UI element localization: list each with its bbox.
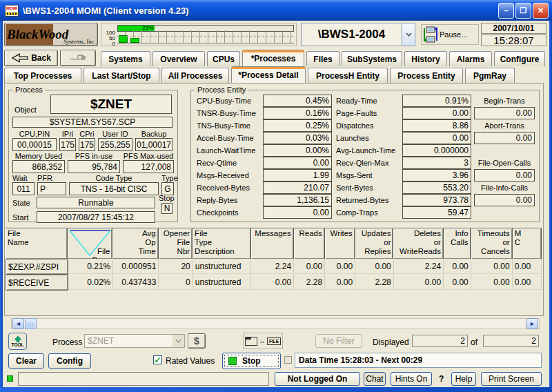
table-row[interactable]: $ZEXP.#ZSPI 0.21% 0.000951 20 unstructur… bbox=[6, 259, 542, 275]
scroll-right-arrow[interactable]: ► bbox=[526, 318, 538, 329]
subtab-last-start-stop[interactable]: Last Start/Stop bbox=[83, 68, 159, 83]
entity-label: TNS-Busy-Time bbox=[197, 121, 250, 130]
clear-button[interactable]: Clear bbox=[8, 353, 44, 369]
entity-label: File-Info-Calls bbox=[481, 184, 528, 192]
entity-label: Recv-Qtime bbox=[197, 159, 237, 167]
no-filter-button[interactable]: No Filter bbox=[315, 334, 362, 348]
tab-alarms[interactable]: Alarms bbox=[449, 51, 492, 66]
tab-overview[interactable]: Overview bbox=[152, 51, 205, 66]
print-screen-button[interactable]: Print Screen bbox=[481, 372, 542, 386]
system-selector[interactable]: \BWS1-2004 bbox=[301, 23, 415, 46]
tab-configure[interactable]: Configure bbox=[494, 51, 545, 66]
entity-label: Page-Faults bbox=[336, 109, 377, 117]
entity-value: 973.78 bbox=[402, 194, 471, 206]
entity-label: Accel-Busy-Time bbox=[197, 134, 254, 142]
minimize-button[interactable]: – bbox=[498, 3, 514, 19]
time-display: 15:28:07 bbox=[481, 35, 546, 46]
entity-value: 1.99 bbox=[263, 169, 332, 182]
scroll-left-arrow[interactable]: ◄ bbox=[12, 318, 24, 329]
entity-label: Sent-Bytes bbox=[336, 184, 373, 192]
config-button[interactable]: Config bbox=[48, 353, 91, 369]
column-header-messages[interactable]: Messages bbox=[251, 228, 294, 259]
user-id-value: 255,255 bbox=[98, 138, 132, 151]
data-time-checkbox[interactable] bbox=[284, 356, 292, 364]
chat-button[interactable]: Chat bbox=[364, 372, 386, 386]
stop-button-label: Stop bbox=[242, 356, 261, 366]
pause-button[interactable]: Pause... bbox=[421, 24, 479, 45]
column-header-opener-file-nbr[interactable]: Opener File Nbr bbox=[159, 228, 193, 259]
column-header-avg-op-time[interactable]: Avg Op Time bbox=[112, 228, 158, 259]
title-bar[interactable]: MOMI \BWS1-2004 MOMI (Client version 4.2… bbox=[0, 0, 552, 21]
back-button[interactable]: Back bbox=[4, 50, 58, 66]
help-button[interactable]: Help bbox=[451, 372, 476, 386]
date-display: 2007/10/01 bbox=[481, 23, 546, 34]
entity-value: 8.86 bbox=[402, 119, 471, 132]
column-header-reads[interactable]: Reads bbox=[294, 228, 325, 259]
cell: 0.00 bbox=[471, 259, 513, 274]
subtab-process-detail[interactable]: *Process Detail bbox=[231, 66, 306, 83]
cell: unstructured bbox=[193, 275, 252, 290]
subtab-processh-entity[interactable]: ProcessH Entity bbox=[308, 68, 388, 83]
maximize-button[interactable]: ❐ bbox=[515, 3, 531, 19]
pfs-max-label: PFS Max-used bbox=[123, 152, 174, 160]
file-name-cell[interactable]: $RECEIVE bbox=[6, 275, 68, 291]
hints-button[interactable]: Hints On bbox=[391, 372, 432, 386]
data-time-field: Data Time 15:28:03 - Next 00:29 bbox=[295, 353, 542, 368]
forward-button[interactable] bbox=[60, 50, 96, 66]
rated-values-checkbox[interactable]: ✓ bbox=[153, 355, 162, 364]
file-name-cell[interactable]: $ZEXP.#ZSPI bbox=[6, 259, 68, 275]
subtab-top-processes[interactable]: Top Processes bbox=[4, 68, 81, 83]
process-selector-dropdown[interactable]: $ZNET bbox=[84, 334, 185, 348]
logo-subtext: Systems, Inc. bbox=[63, 38, 96, 45]
dollar-format-button[interactable]: $ bbox=[188, 333, 206, 349]
tool-button[interactable]: TOOL bbox=[8, 333, 27, 350]
column-header-clipped[interactable]: M C bbox=[513, 228, 542, 259]
process-group: Process Object $ZNET $SYSTEM.SYS67.SCP C… bbox=[8, 90, 178, 222]
tab-cpus[interactable]: CPUs bbox=[207, 51, 240, 66]
back-label: Back bbox=[31, 53, 51, 63]
cell: 2.24 bbox=[251, 259, 294, 274]
column-header-info-calls[interactable]: Info Calls bbox=[444, 228, 471, 259]
window-title: \BWS1-2004 MOMI (Client version 4.23) bbox=[23, 6, 189, 16]
window-file-toggle-button[interactable]: ⇔ FILE bbox=[243, 333, 283, 349]
tab-subsystems[interactable]: SubSystems bbox=[342, 51, 402, 66]
column-header-file-busy-time[interactable]: File Busy Time bbox=[68, 228, 112, 259]
column-header-file-type[interactable]: File Type Description bbox=[193, 228, 251, 259]
not-logged-on-button[interactable]: Not Logged On bbox=[275, 372, 360, 386]
scrollbar-thumb[interactable]: ||| bbox=[25, 318, 37, 329]
entity-value: 0.000000 bbox=[402, 144, 471, 157]
window-icon bbox=[245, 337, 257, 346]
state-value: Runnable bbox=[37, 197, 155, 208]
entity-value: 0.00% bbox=[263, 144, 332, 157]
column-header-timeouts[interactable]: Timeouts or Cancels bbox=[471, 228, 513, 259]
cell: 0.00 bbox=[394, 275, 444, 290]
tab-history[interactable]: History bbox=[404, 51, 447, 66]
subtab-all-processes[interactable]: All Processes bbox=[161, 68, 229, 83]
close-button[interactable]: ✕ bbox=[533, 3, 549, 19]
cell: 0.00 bbox=[513, 275, 542, 290]
chart-bar bbox=[130, 38, 139, 43]
tab-systems[interactable]: Systems bbox=[101, 51, 150, 66]
cell: 0.437433 bbox=[113, 275, 159, 290]
chevron-down-icon[interactable] bbox=[402, 23, 415, 46]
column-header-writes[interactable]: Writes bbox=[325, 228, 355, 259]
swap-arrows-icon: ⇔ bbox=[259, 337, 266, 345]
column-header-file-name[interactable]: File Name bbox=[6, 228, 68, 259]
column-header-updates[interactable]: Updates or Replies bbox=[355, 228, 394, 259]
tab-files[interactable]: Files bbox=[306, 51, 339, 66]
stop-button[interactable]: Stop bbox=[222, 353, 281, 369]
entity-label: CPU-Busy-Time bbox=[197, 97, 251, 105]
subtab-process-entity[interactable]: Process Entity bbox=[390, 68, 463, 83]
momi-icon-text: MOMI bbox=[6, 6, 17, 10]
cell: 20 bbox=[159, 259, 193, 274]
table-row[interactable]: $RECEIVE 0.02% 0.437433 0 unstructured 0… bbox=[6, 275, 542, 291]
horizontal-scrollbar[interactable]: ◄ ||| ► bbox=[11, 318, 540, 329]
entity-value: 0.45% bbox=[263, 95, 332, 107]
rated-values-label: Rated Values bbox=[166, 356, 215, 366]
column-header-deletes[interactable]: Deletes or WriteReads bbox=[393, 228, 443, 259]
memory-used-label: Memory Used bbox=[12, 152, 65, 160]
tab-processes[interactable]: *Processes bbox=[242, 50, 304, 66]
entity-label: Abort-Trans bbox=[484, 121, 524, 130]
subtab-pgmray[interactable]: PgmRay bbox=[465, 68, 515, 83]
displayed-count-field: 2 bbox=[412, 335, 468, 347]
